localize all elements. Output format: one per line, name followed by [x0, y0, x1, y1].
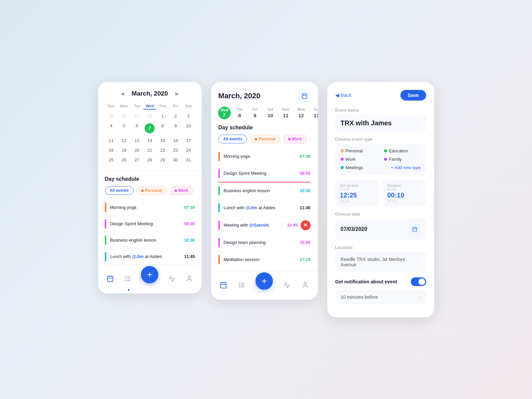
filter-work[interactable]: Work: [283, 135, 307, 143]
cal-day[interactable]: 18: [105, 146, 118, 155]
nav-chart-icon[interactable]: [282, 280, 292, 290]
next-month-button[interactable]: ▶: [174, 90, 181, 97]
nav-calendar-icon[interactable]: [219, 280, 228, 290]
cal-day[interactable]: 13: [131, 136, 144, 145]
event-lunch-jim[interactable]: Lunch with @Jim at Addes 11:45: [218, 200, 311, 217]
family-type-label: Family: [389, 157, 402, 162]
event-time: 10:30: [300, 188, 311, 193]
nav-list-icon[interactable]: [123, 274, 133, 283]
cal-day[interactable]: 27: [131, 112, 144, 121]
location-label: Location: [335, 245, 426, 250]
week-day-num: 12: [298, 113, 304, 118]
filter-all-events[interactable]: All events: [105, 186, 134, 195]
filter-all-events[interactable]: All events: [218, 135, 247, 143]
cal-day[interactable]: 25: [105, 112, 118, 121]
cal-day[interactable]: 21: [143, 146, 156, 155]
event-item[interactable]: Lunch with @Jim at Addes 11:45: [105, 249, 195, 265]
cal-day[interactable]: 9: [169, 121, 182, 135]
event-meeting-satoshi[interactable]: Meeting with @Satoshi 12:45 ✕: [218, 217, 311, 234]
nav-user-icon[interactable]: [301, 280, 310, 290]
cal-day[interactable]: 3: [182, 112, 195, 121]
filter-more[interactable]: M…: [310, 135, 311, 143]
notification-toggle[interactable]: [411, 277, 426, 286]
cal-day[interactable]: 30: [169, 155, 182, 164]
cal-day[interactable]: 17: [182, 136, 195, 145]
add-event-fab[interactable]: +: [141, 266, 158, 283]
prev-month-button[interactable]: ◀: [119, 90, 126, 97]
nav-user-icon[interactable]: [185, 274, 194, 283]
cal-day[interactable]: 16: [169, 136, 182, 145]
setup-time-box[interactable]: Set up time 11:24 12:25 13:26: [335, 180, 379, 207]
event-name-input[interactable]: TRX with James: [335, 115, 426, 132]
week-day-label: Thu: [236, 107, 243, 111]
back-button[interactable]: ◀ Back: [335, 92, 352, 98]
event-list: Morning yoga 07:30 Design Sprint Meeting…: [105, 200, 195, 265]
nav-chart-icon[interactable]: [167, 274, 176, 283]
cal-day[interactable]: 6: [131, 121, 144, 135]
week-day-item[interactable]: Thu 8: [234, 107, 246, 118]
event-type-family[interactable]: Family: [384, 157, 421, 162]
delete-event-button[interactable]: ✕: [301, 220, 311, 230]
cal-day[interactable]: 19: [118, 146, 131, 155]
cal-day[interactable]: 10: [182, 121, 195, 135]
week-day-item[interactable]: Tue 13: [311, 107, 318, 118]
cal-day[interactable]: 29: [156, 155, 169, 164]
filter-personal[interactable]: Personal: [136, 186, 167, 195]
week-day-item[interactable]: Mon 12: [295, 107, 307, 118]
cal-day[interactable]: 2: [169, 112, 182, 121]
cal-day[interactable]: 28: [143, 155, 156, 164]
cal-day[interactable]: 8: [156, 121, 169, 135]
card2-bottom-nav: +: [211, 271, 318, 300]
cal-day[interactable]: 20: [131, 146, 144, 155]
event-item[interactable]: Design Sprint Meeting 09:00: [105, 216, 195, 232]
week-day-selected[interactable]: Wed 7: [218, 107, 230, 119]
nav-calendar-icon[interactable]: [106, 274, 115, 283]
event-type-meetings[interactable]: Meetings: [341, 165, 377, 170]
svg-point-8: [125, 278, 126, 279]
cal-day[interactable]: 23: [169, 146, 182, 155]
back-chevron-icon: ◀: [335, 92, 339, 98]
cal-day[interactable]: 22: [156, 146, 169, 155]
week-day-item[interactable]: Sun 11: [280, 107, 292, 118]
cal-day[interactable]: 25: [105, 155, 118, 164]
cal-day[interactable]: 1: [156, 112, 169, 121]
reminder-field[interactable]: 10 minutes before ›: [335, 290, 426, 304]
week-day-item[interactable]: Fri 9: [249, 107, 261, 118]
event-type-education[interactable]: Education: [384, 148, 421, 153]
event-design-sprint[interactable]: Design Sprint Meeting 09:00: [218, 165, 311, 182]
event-type-work[interactable]: Work: [341, 157, 377, 162]
event-meditation[interactable]: Meditation session 17:15: [218, 251, 311, 268]
cal-day[interactable]: 4: [105, 121, 118, 135]
date-calendar-icon[interactable]: [409, 223, 421, 235]
location-field[interactable]: Reedle TRX studio, 34 Merloys Avenue: [335, 252, 426, 272]
cal-day[interactable]: 26: [118, 112, 131, 121]
date-value: 07/03/2020: [341, 226, 367, 232]
event-morning-yoga[interactable]: Morning yoga 07:30: [218, 148, 311, 165]
event-type-personal[interactable]: Personal: [341, 148, 377, 153]
calendar-icon-button[interactable]: [299, 90, 311, 102]
cal-day[interactable]: 5: [118, 121, 131, 135]
cal-day[interactable]: 27: [131, 155, 144, 164]
nav-list-icon[interactable]: [237, 280, 246, 290]
cal-day[interactable]: 7: [143, 121, 156, 135]
cal-day[interactable]: 26: [118, 155, 131, 164]
cal-day[interactable]: 11: [105, 136, 118, 145]
cal-day[interactable]: 14: [143, 136, 156, 145]
add-event-type-button[interactable]: + Add new type: [391, 165, 420, 170]
save-button[interactable]: Save: [400, 90, 426, 101]
add-event-fab[interactable]: +: [255, 272, 273, 290]
event-item[interactable]: Morning yoga 07:30: [105, 200, 195, 216]
filter-personal[interactable]: Personal: [250, 135, 281, 143]
filter-work[interactable]: Work: [170, 186, 193, 195]
cal-day[interactable]: 28: [143, 112, 156, 121]
event-design-team[interactable]: Design team planning 15:00: [218, 234, 311, 251]
cal-day[interactable]: 31: [182, 155, 195, 164]
cal-day[interactable]: 24: [182, 146, 195, 155]
week-day-item[interactable]: Sat 10: [264, 107, 277, 118]
cal-day[interactable]: 12: [118, 136, 131, 145]
event-item[interactable]: Business english lesson 10:30: [105, 232, 195, 249]
event-business-english[interactable]: Business english lesson 10:30: [218, 182, 311, 200]
date-field[interactable]: 07/03/2020: [335, 219, 426, 240]
cal-day[interactable]: 15: [156, 136, 169, 145]
duration-box[interactable]: Duration 00:05 00:10 00:15: [383, 180, 426, 207]
